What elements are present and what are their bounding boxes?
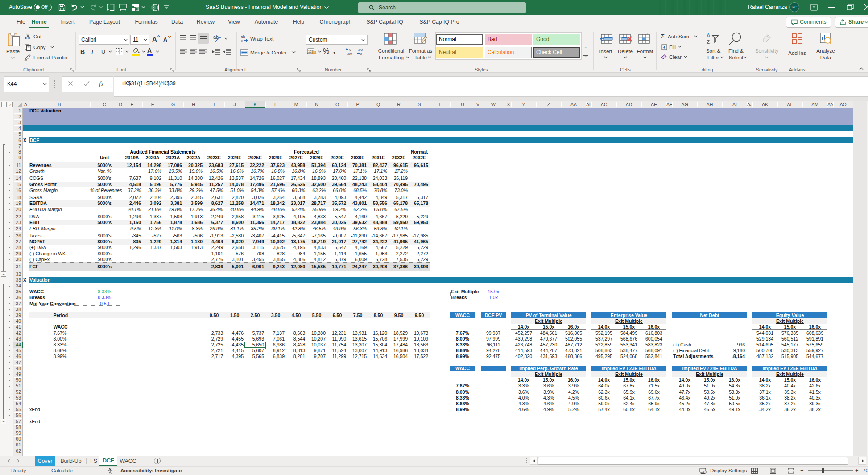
svg-text:.00: .00 <box>358 48 363 52</box>
svg-text:0: 0 <box>349 48 351 52</box>
svg-text:A: A <box>707 33 710 38</box>
svg-text:.00: .00 <box>347 52 352 55</box>
svg-text:Z: Z <box>707 39 710 45</box>
svg-text:0: 0 <box>360 52 362 55</box>
